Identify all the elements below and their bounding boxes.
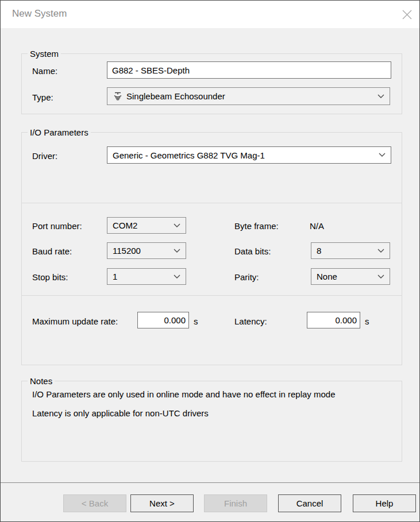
new-system-dialog: New System System Name: Type: Singlebeam… <box>0 0 420 522</box>
parity-value: None <box>317 272 374 281</box>
back-button: < Back <box>63 494 126 512</box>
max-update-rate-unit: s <box>194 316 198 326</box>
chevron-down-icon <box>377 94 384 99</box>
finish-button: Finish <box>204 494 267 512</box>
baud-rate-select[interactable]: 115200 <box>107 242 186 259</box>
type-select[interactable]: Singlebeam Echosounder <box>107 87 390 105</box>
chevron-down-icon <box>174 223 180 228</box>
titlebar: New System <box>1 1 419 28</box>
note-line-1: I/O Parameters are only used in online m… <box>32 389 336 399</box>
data-bits-value: 8 <box>317 246 374 256</box>
notes-group: Notes I/O Parameters are only used in on… <box>21 381 402 462</box>
stop-bits-value: 1 <box>113 272 170 281</box>
stop-bits-label: Stop bits: <box>32 272 68 282</box>
port-number-label: Port number: <box>32 221 82 231</box>
parity-label: Parity: <box>234 272 259 282</box>
dialog-title: New System <box>12 8 67 20</box>
io-separator-2 <box>22 295 402 296</box>
byte-frame-label: Byte frame: <box>234 221 279 231</box>
singlebeam-echosounder-icon <box>113 91 123 102</box>
max-update-rate-label: Maximum update rate: <box>32 316 118 326</box>
system-group-label: System <box>28 48 61 59</box>
port-number-value: COM2 <box>113 221 170 230</box>
data-bits-label: Data bits: <box>234 246 271 256</box>
chevron-down-icon <box>379 153 386 157</box>
max-update-rate-input[interactable] <box>137 312 189 328</box>
help-button[interactable]: Help <box>353 494 416 512</box>
latency-unit: s <box>365 316 369 326</box>
byte-frame-value: N/A <box>310 221 324 231</box>
latency-input[interactable] <box>307 312 360 328</box>
io-parameters-group-label: I/O Parameters <box>28 127 91 138</box>
name-input[interactable] <box>107 61 391 79</box>
stop-bits-select[interactable]: 1 <box>107 268 186 285</box>
driver-select[interactable]: Generic - Geometrics G882 TVG Mag-1 <box>107 146 391 164</box>
driver-label: Driver: <box>32 151 57 161</box>
chevron-down-icon <box>174 274 180 279</box>
port-number-select[interactable]: COM2 <box>107 217 186 234</box>
parity-select[interactable]: None <box>311 268 390 285</box>
cancel-button[interactable]: Cancel <box>278 494 341 512</box>
footer-separator <box>1 482 420 483</box>
baud-rate-label: Baud rate: <box>32 246 72 256</box>
note-line-2: Latency is only applicable for non-UTC d… <box>32 408 209 418</box>
latency-label: Latency: <box>234 316 267 326</box>
close-button[interactable] <box>398 5 416 24</box>
name-label: Name: <box>32 66 57 76</box>
io-separator-1 <box>22 203 402 203</box>
next-button[interactable]: Next > <box>130 494 194 512</box>
driver-value: Generic - Geometrics G882 TVG Mag-1 <box>113 150 375 160</box>
type-value: Singlebeam Echosounder <box>126 91 374 101</box>
chevron-down-icon <box>377 274 384 279</box>
data-bits-select[interactable]: 8 <box>311 242 390 259</box>
baud-rate-value: 115200 <box>113 246 170 256</box>
type-label: Type: <box>32 92 53 102</box>
notes-group-label: Notes <box>28 376 55 386</box>
close-icon <box>402 10 412 20</box>
chevron-down-icon <box>174 249 180 253</box>
chevron-down-icon <box>377 249 384 253</box>
